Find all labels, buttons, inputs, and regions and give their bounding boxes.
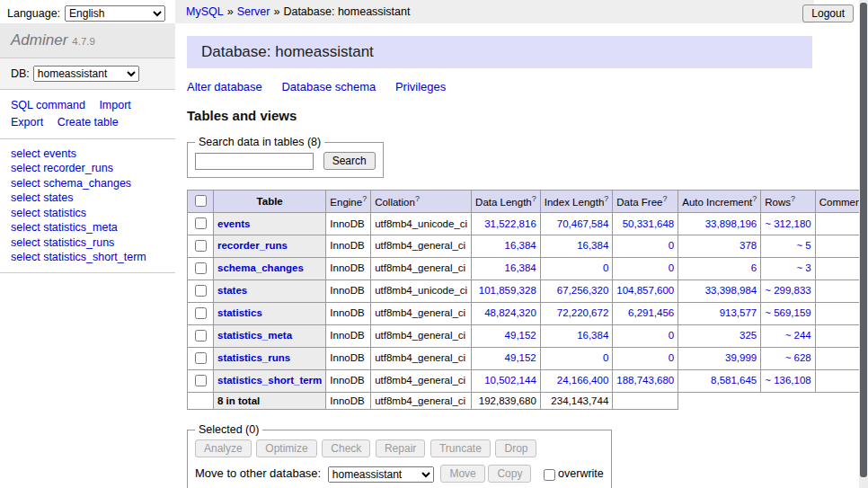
data-free-link[interactable]: 0 — [669, 240, 674, 251]
sidebar-table-link[interactable]: schema_changes — [43, 177, 131, 190]
optimize-button[interactable]: Optimize — [256, 439, 316, 457]
rows-count-link[interactable]: ~ 244 — [785, 330, 811, 341]
row-checkbox[interactable] — [195, 240, 207, 252]
overwrite-checkbox[interactable] — [544, 469, 555, 481]
table-link[interactable]: statistics_meta — [217, 330, 292, 341]
table-link[interactable]: schema_changes — [217, 262, 304, 273]
data-free-link[interactable]: 50,331,648 — [623, 218, 675, 229]
sidebar-table-link[interactable]: statistics_meta — [43, 221, 118, 234]
auto-increment-link[interactable]: 378 — [740, 240, 757, 251]
row-checkbox[interactable] — [195, 285, 207, 297]
select-link[interactable]: select — [11, 177, 40, 190]
auto-increment-link[interactable]: 325 — [740, 330, 757, 341]
data-length-link[interactable]: 49,152 — [505, 352, 536, 363]
sidebar-table-link[interactable]: statistics_runs — [43, 236, 114, 249]
index-length-link[interactable]: 72,220,672 — [557, 307, 609, 318]
row-checkbox[interactable] — [195, 262, 207, 274]
drop-button[interactable]: Drop — [495, 439, 536, 457]
data-length-link[interactable]: 10,502,144 — [484, 375, 536, 386]
help-link[interactable]: ? — [604, 194, 608, 203]
help-link[interactable]: ? — [791, 194, 795, 203]
help-link[interactable]: ? — [532, 194, 536, 203]
data-length-link[interactable]: 48,824,320 — [484, 307, 536, 318]
table-link[interactable]: recorder_runs — [217, 240, 288, 251]
breadcrumb-mysql-link[interactable]: MySQL — [186, 5, 224, 18]
data-length-link[interactable]: 31,522,816 — [484, 218, 536, 229]
auto-increment-link[interactable]: 33,898,196 — [705, 218, 757, 229]
rows-count-link[interactable]: ~ 569,159 — [765, 307, 810, 318]
data-length-link[interactable]: 16,384 — [505, 240, 536, 251]
auto-increment-link[interactable]: 39,999 — [725, 352, 757, 363]
auto-increment-link[interactable]: 33,398,984 — [705, 285, 757, 296]
data-free-link[interactable]: 104,857,600 — [616, 285, 674, 296]
search-input[interactable] — [195, 153, 314, 170]
check-button[interactable]: Check — [322, 439, 370, 457]
help-link[interactable]: ? — [752, 194, 757, 203]
sidebar-create-table-link[interactable]: Create table — [58, 114, 119, 131]
rows-count-link[interactable]: ~ 312,180 — [765, 218, 810, 229]
scrollbar-thumb[interactable] — [860, 3, 867, 477]
row-checkbox[interactable] — [195, 330, 207, 342]
sidebar-table-link[interactable]: events — [43, 147, 76, 160]
index-length-link[interactable]: 67,256,320 — [557, 285, 609, 296]
breadcrumb-server-link[interactable]: Server — [237, 5, 270, 18]
repair-button[interactable]: Repair — [376, 439, 425, 457]
rows-count-link[interactable]: ~ 3 — [796, 262, 810, 273]
help-link[interactable]: ? — [662, 194, 667, 203]
data-free-link[interactable]: 0 — [669, 352, 674, 363]
table-link[interactable]: events — [217, 218, 250, 229]
rows-count-link[interactable]: ~ 628 — [785, 352, 811, 363]
privileges-link[interactable]: Privileges — [395, 80, 446, 93]
data-length-link[interactable]: 101,859,328 — [479, 285, 536, 296]
index-length-link[interactable]: 16,384 — [577, 240, 608, 251]
vertical-scrollbar[interactable] — [859, 0, 868, 488]
row-checkbox[interactable] — [195, 307, 207, 319]
search-button[interactable]: Search — [323, 152, 376, 170]
database-schema-link[interactable]: Database schema — [281, 80, 376, 93]
db-select[interactable]: homeassistant — [33, 66, 139, 82]
move-db-select[interactable]: homeassistant — [328, 466, 434, 483]
sidebar-export-link[interactable]: Export — [11, 114, 43, 131]
rows-count-link[interactable]: ~ 5 — [796, 240, 810, 251]
sidebar-table-link[interactable]: statistics — [43, 207, 86, 219]
logout-button[interactable]: Logout — [802, 4, 854, 22]
data-free-link[interactable]: 188,743,680 — [616, 375, 674, 386]
alter-database-link[interactable]: Alter database — [187, 80, 262, 93]
sidebar-import-link[interactable]: Import — [99, 97, 130, 114]
row-checkbox[interactable] — [195, 217, 207, 229]
select-all-checkbox[interactable] — [195, 195, 207, 207]
table-link[interactable]: statistics_runs — [217, 352, 290, 363]
select-link[interactable]: select — [11, 207, 40, 219]
table-link[interactable]: states — [217, 285, 247, 296]
help-link[interactable]: ? — [415, 194, 420, 203]
rows-count-link[interactable]: ~ 136,108 — [765, 375, 810, 386]
index-length-link[interactable]: 16,384 — [577, 330, 608, 341]
data-length-link[interactable]: 16,384 — [505, 262, 536, 273]
index-length-link[interactable]: 24,166,400 — [557, 375, 609, 386]
select-link[interactable]: select — [11, 251, 40, 263]
data-free-link[interactable]: 0 — [669, 262, 674, 273]
data-length-link[interactable]: 49,152 — [505, 330, 536, 341]
select-link[interactable]: select — [11, 236, 40, 249]
sidebar-sql-command-link[interactable]: SQL command — [11, 97, 85, 114]
row-checkbox[interactable] — [195, 352, 207, 364]
select-link[interactable]: select — [11, 191, 40, 204]
adminer-logo-link[interactable]: Adminer4.7.9 — [11, 31, 95, 49]
data-free-link[interactable]: 0 — [669, 330, 674, 341]
table-link[interactable]: statistics_short_term — [217, 375, 322, 386]
truncate-button[interactable]: Truncate — [430, 439, 491, 457]
index-length-link[interactable]: 0 — [603, 262, 608, 273]
select-link[interactable]: select — [11, 221, 40, 234]
help-link[interactable]: ? — [362, 194, 367, 203]
table-link[interactable]: statistics — [217, 307, 262, 318]
select-link[interactable]: select — [11, 147, 40, 160]
sidebar-table-link[interactable]: states — [43, 191, 73, 204]
auto-increment-link[interactable]: 913,577 — [720, 307, 757, 318]
auto-increment-link[interactable]: 8,581,645 — [711, 375, 757, 386]
select-link[interactable]: select — [11, 162, 40, 174]
row-checkbox[interactable] — [195, 375, 207, 386]
copy-button[interactable]: Copy — [488, 465, 531, 483]
index-length-link[interactable]: 0 — [603, 352, 608, 363]
data-free-link[interactable]: 6,291,456 — [628, 307, 674, 318]
rows-count-link[interactable]: ~ 299,833 — [765, 285, 810, 296]
